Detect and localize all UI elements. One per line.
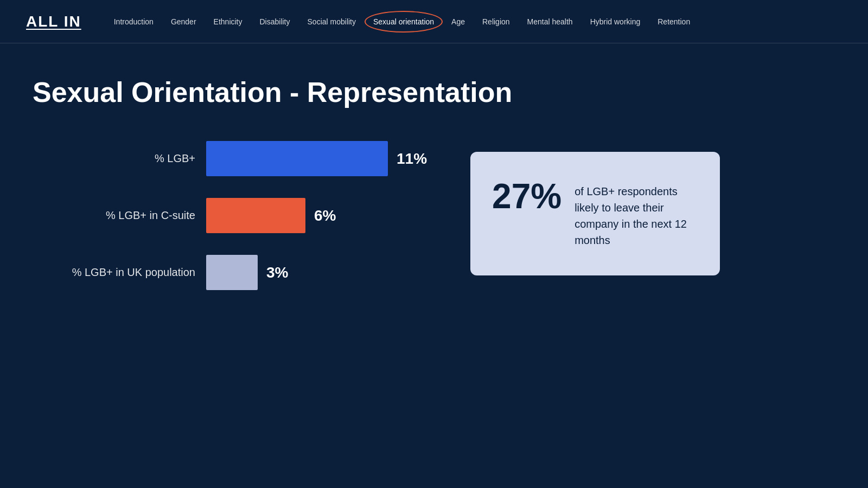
page-title: Sexual Orientation - Representation (33, 76, 835, 108)
bar-row-lgb: % LGB+ 11% (33, 141, 427, 176)
nav-item-sexual-orientation[interactable]: Sexual orientation (373, 17, 434, 27)
nav-item-age[interactable]: Age (451, 17, 465, 27)
bar-csuite (206, 198, 305, 233)
nav-links: Introduction Gender Ethnicity Disability… (114, 17, 690, 27)
bar-row-uk: % LGB+ in UK population 3% (33, 255, 427, 290)
bar-chart: % LGB+ 11% % LGB+ in C-suite 6% % LGB+ i… (33, 141, 427, 312)
nav-item-hybrid-working[interactable]: Hybrid working (590, 17, 641, 27)
logo[interactable]: ALL IN (26, 13, 81, 30)
navigation: ALL IN Introduction Gender Ethnicity Dis… (0, 0, 868, 43)
stat-number: 27% (492, 179, 561, 214)
bar-track-uk: 3% (206, 255, 288, 290)
bar-label-csuite: % LGB+ in C-suite (33, 209, 206, 222)
bar-track-csuite: 6% (206, 198, 336, 233)
bar-lgb (206, 141, 388, 176)
bar-track-lgb: 11% (206, 141, 427, 176)
stat-card: 27% of LGB+ respondents likely to leave … (470, 152, 720, 275)
nav-item-mental-health[interactable]: Mental health (527, 17, 573, 27)
bar-row-csuite: % LGB+ in C-suite 6% (33, 198, 427, 233)
nav-item-religion[interactable]: Religion (482, 17, 510, 27)
bar-value-csuite: 6% (314, 207, 336, 224)
main-content: Sexual Orientation - Representation % LG… (0, 43, 868, 333)
bar-label-lgb: % LGB+ (33, 152, 206, 165)
bar-uk (206, 255, 258, 290)
nav-item-social-mobility[interactable]: Social mobility (308, 17, 356, 27)
chart-container: % LGB+ 11% % LGB+ in C-suite 6% % LGB+ i… (33, 141, 835, 312)
nav-item-retention[interactable]: Retention (658, 17, 690, 27)
nav-item-disability[interactable]: Disability (260, 17, 290, 27)
bar-label-uk: % LGB+ in UK population (33, 266, 206, 279)
bar-value-lgb: 11% (397, 150, 427, 168)
nav-item-gender[interactable]: Gender (171, 17, 196, 27)
stat-description: of LGB+ respondents likely to leave thei… (575, 179, 698, 248)
nav-item-ethnicity[interactable]: Ethnicity (214, 17, 242, 27)
nav-item-introduction[interactable]: Introduction (114, 17, 154, 27)
bar-value-uk: 3% (266, 264, 288, 281)
